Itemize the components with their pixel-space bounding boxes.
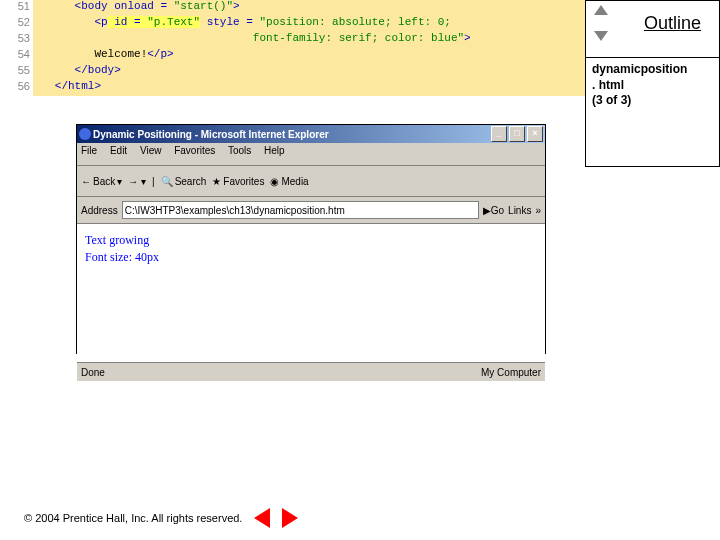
- code-line: Welcome!</p>: [33, 48, 585, 64]
- status-text: Done: [81, 367, 481, 378]
- code-editor: 51 <body onload = "start()"> 52 <p id = …: [0, 0, 585, 98]
- address-input[interactable]: C:\IW3HTP3\examples\ch13\dynamicposition…: [122, 201, 479, 219]
- file-name: dynamicposition: [592, 62, 713, 78]
- menu-tools[interactable]: Tools: [228, 145, 251, 156]
- code-line: <p id = "p.Text" style = "position: abso…: [33, 16, 585, 32]
- code-line: </body>: [33, 64, 585, 80]
- prev-slide-icon[interactable]: [254, 508, 270, 528]
- links-button[interactable]: Links: [508, 205, 531, 216]
- triangle-down-icon[interactable]: [594, 31, 608, 41]
- go-button[interactable]: ▶Go: [483, 205, 504, 216]
- menu-view[interactable]: View: [140, 145, 162, 156]
- favorites-button[interactable]: ★Favorites: [212, 176, 264, 187]
- title-bar: Dynamic Positioning - Microsoft Internet…: [77, 125, 545, 143]
- address-bar: Address C:\IW3HTP3\examples\ch13\dynamic…: [77, 197, 545, 224]
- next-slide-icon[interactable]: [282, 508, 298, 528]
- address-label: Address: [81, 205, 118, 216]
- menu-edit[interactable]: Edit: [110, 145, 127, 156]
- menu-bar: File Edit View Favorites Tools Help: [77, 143, 545, 166]
- browser-viewport: Text growing Font size: 40px: [77, 224, 545, 362]
- line-number: 56: [0, 80, 33, 96]
- outline-box: Outline: [585, 0, 720, 58]
- menu-favorites[interactable]: Favorites: [174, 145, 215, 156]
- menu-help[interactable]: Help: [264, 145, 285, 156]
- file-info: dynamicposition . html (3 of 3): [585, 58, 720, 167]
- line-number: 51: [0, 0, 33, 16]
- copyright: © 2004 Prentice Hall, Inc. All rights re…: [24, 512, 242, 524]
- code-line: font-family: serif; color: blue">: [33, 32, 585, 48]
- window-title: Dynamic Positioning - Microsoft Internet…: [93, 129, 491, 140]
- search-button[interactable]: 🔍Search: [161, 176, 207, 187]
- line-number: 52: [0, 16, 33, 32]
- code-line: <body onload = "start()">: [33, 0, 585, 16]
- status-bar: Done My Computer: [77, 362, 545, 381]
- forward-button[interactable]: → ▾: [128, 176, 146, 187]
- footer: © 2004 Prentice Hall, Inc. All rights re…: [24, 508, 298, 528]
- outline-link[interactable]: Outline: [644, 13, 701, 34]
- file-ext: . html: [592, 78, 713, 94]
- triangle-up-icon[interactable]: [594, 5, 608, 15]
- status-zone: My Computer: [481, 367, 541, 378]
- media-button[interactable]: ◉Media: [270, 176, 308, 187]
- menu-file[interactable]: File: [81, 145, 97, 156]
- content-line: Text growing: [85, 232, 537, 249]
- browser-window: Dynamic Positioning - Microsoft Internet…: [76, 124, 546, 354]
- back-button[interactable]: ← Back ▾: [81, 176, 122, 187]
- line-number: 54: [0, 48, 33, 64]
- code-line: </html>: [33, 80, 585, 96]
- file-page: (3 of 3): [592, 93, 713, 109]
- content-line: Font size: 40px: [85, 249, 537, 266]
- ie-icon: [79, 128, 91, 140]
- close-button[interactable]: ×: [527, 126, 543, 142]
- toolbar: ← Back ▾ → ▾ | 🔍Search ★Favorites ◉Media: [77, 166, 545, 197]
- line-number: 55: [0, 64, 33, 80]
- maximize-button[interactable]: □: [509, 126, 525, 142]
- line-number: 53: [0, 32, 33, 48]
- minimize-button[interactable]: _: [491, 126, 507, 142]
- side-panel: Outline dynamicposition . html (3 of 3): [585, 0, 720, 540]
